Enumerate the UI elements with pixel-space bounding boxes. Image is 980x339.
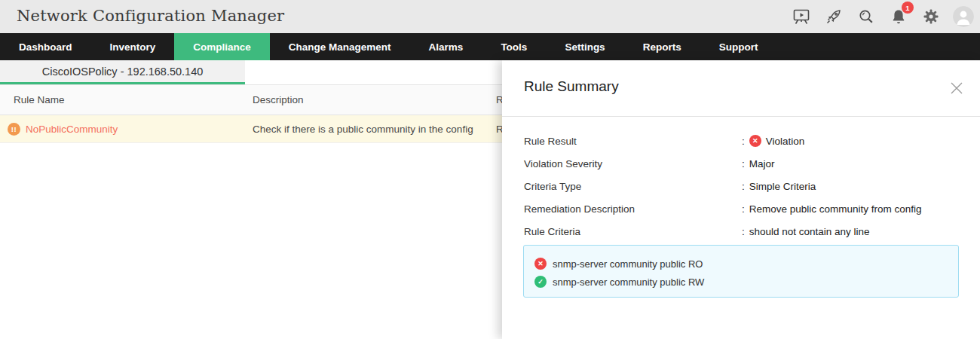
field-rule-result: Rule Result : ✕ Violation — [502, 130, 980, 152]
close-icon[interactable] — [947, 78, 966, 98]
getting-started-rocket-icon[interactable] — [823, 6, 844, 27]
nav-item-settings[interactable]: Settings — [546, 33, 623, 60]
demo-screen-icon[interactable] — [791, 6, 812, 27]
nav-item-change-management[interactable]: Change Management — [270, 33, 410, 60]
violation-severity-value: Major — [749, 158, 775, 170]
criteria-line-compliant: ✓ snmp-server community public RW — [534, 273, 948, 291]
violation-warning-icon: !! — [8, 123, 20, 136]
notification-badge: 1 — [902, 2, 914, 14]
criteria-line-violation: ✕ snmp-server community public RO — [534, 255, 948, 273]
nav-item-reports[interactable]: Reports — [624, 33, 700, 60]
rule-name-link[interactable]: NoPublicCommunity — [26, 124, 118, 135]
nav-item-dashboard[interactable]: Dashboard — [0, 33, 91, 60]
rule-criteria-value: should not contain any line — [749, 226, 870, 237]
main-nav: Dashboard Inventory Compliance Change Ma… — [0, 33, 980, 60]
header-icon-group: 1 — [791, 0, 974, 33]
nav-item-support[interactable]: Support — [700, 33, 777, 60]
rule-summary-panel-header: Rule Summary — [502, 60, 980, 117]
user-avatar[interactable] — [953, 6, 974, 27]
rule-summary-fields: Rule Result : ✕ Violation Violation Seve… — [502, 130, 980, 243]
rule-result-value: Violation — [766, 136, 805, 147]
criteria-line-text: snmp-server community public RW — [553, 276, 704, 288]
criteria-type-value: Simple Criteria — [749, 181, 816, 192]
app-title: Network Configuration Manager — [17, 7, 284, 25]
rule-description-cell: Check if there is a public community in … — [253, 115, 473, 142]
policy-device-tab[interactable]: CiscoIOSPolicy - 192.168.50.140 — [0, 60, 245, 84]
app-header: Network Configuration Manager — [0, 0, 980, 33]
field-remediation-description: Remediation Description : Remove public … — [502, 197, 980, 220]
panel-title: Rule Summary — [524, 78, 619, 95]
rule-criteria-result-box: ✕ snmp-server community public RO ✓ snmp… — [523, 245, 959, 298]
field-rule-criteria: Rule Criteria : should not contain any l… — [502, 220, 980, 243]
nav-item-inventory[interactable]: Inventory — [91, 33, 175, 60]
nav-item-tools[interactable]: Tools — [482, 33, 546, 60]
field-criteria-type: Criteria Type : Simple Criteria — [502, 175, 980, 197]
settings-gear-icon[interactable] — [920, 6, 942, 27]
nav-item-alarms[interactable]: Alarms — [410, 33, 482, 60]
column-header-rule-name: Rule Name — [14, 85, 65, 115]
field-violation-severity: Violation Severity : Major — [502, 152, 980, 175]
compliant-line-icon: ✓ — [534, 276, 547, 288]
notifications-bell-icon[interactable]: 1 — [888, 6, 909, 27]
criteria-line-text: snmp-server community public RO — [553, 258, 703, 270]
nav-item-compliance[interactable]: Compliance — [174, 33, 270, 60]
violation-status-icon: ✕ — [749, 135, 761, 147]
remediation-description-value: Remove public community from config — [749, 203, 922, 215]
violation-line-icon: ✕ — [534, 258, 547, 270]
network-configuration-manager-app: Network Configuration Manager — [0, 0, 980, 339]
search-icon[interactable] — [856, 6, 877, 27]
rule-summary-panel: Rule Summary Rule Result : ✕ Violation V… — [502, 60, 980, 339]
column-header-description: Description — [253, 85, 304, 115]
